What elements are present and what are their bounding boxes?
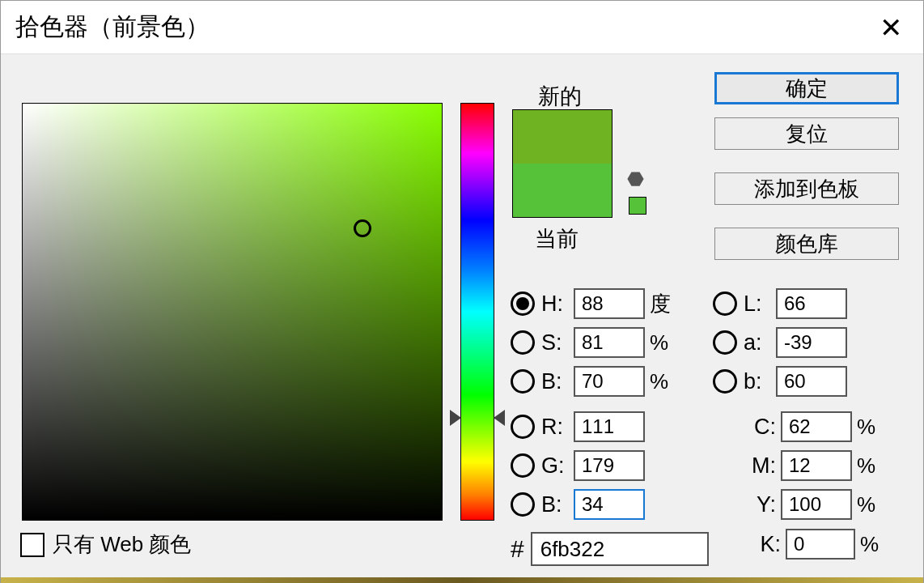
input-bv[interactable]: [574, 366, 645, 397]
radio-bv[interactable]: [511, 369, 535, 394]
label-c: C:: [744, 415, 776, 440]
input-k[interactable]: [786, 529, 855, 560]
gamut-warning-icon[interactable]: ⬣: [627, 168, 648, 189]
unit-y: %: [857, 492, 892, 517]
unit-k: %: [860, 532, 896, 557]
hue-strip[interactable]: [460, 103, 494, 521]
label-blab: b:: [744, 369, 776, 394]
close-icon[interactable]: ✕: [879, 14, 902, 41]
gamut-nearest-swatch[interactable]: [629, 197, 646, 215]
swatch-label-new: 新的: [538, 82, 582, 111]
label-r: R:: [541, 415, 574, 440]
titlebar: 拾色器（前景色） ✕: [1, 1, 923, 54]
color-picker-dialog: 拾色器（前景色） ✕ 新的 当前 ⬣ 确定 复位 添加到色板 颜色库: [0, 0, 924, 583]
swatch-box: [512, 109, 612, 218]
hex-row: #: [511, 532, 709, 566]
dialog-title: 拾色器（前景色）: [15, 11, 210, 44]
hue-marker-right-icon: [494, 410, 505, 426]
unit-bv: %: [650, 369, 685, 394]
swatch-label-current: 当前: [535, 224, 579, 253]
swatch-current[interactable]: [513, 164, 612, 217]
radio-l[interactable]: [713, 292, 737, 316]
input-r[interactable]: [574, 411, 645, 442]
label-a: a:: [744, 330, 776, 355]
input-hex[interactable]: [531, 532, 709, 566]
k-row: K: %: [748, 529, 896, 560]
button-column: 确定 复位 添加到色板 颜色库: [714, 72, 899, 273]
radio-r[interactable]: [511, 415, 535, 439]
unit-m: %: [857, 453, 892, 479]
label-k: K:: [748, 532, 781, 557]
radio-s[interactable]: [511, 330, 535, 355]
input-b[interactable]: [574, 489, 645, 520]
input-l[interactable]: [776, 288, 847, 319]
label-h: H:: [541, 292, 574, 317]
label-s: S:: [541, 330, 574, 355]
saturation-brightness-field[interactable]: [22, 103, 443, 521]
input-h[interactable]: [574, 288, 645, 319]
input-a[interactable]: [776, 327, 847, 358]
label-m: M:: [744, 453, 776, 479]
input-y[interactable]: [781, 489, 852, 520]
radio-blab[interactable]: [713, 369, 737, 394]
input-blab[interactable]: [776, 366, 847, 397]
color-fields: H: 度 L: S: % a:: [511, 284, 907, 524]
sb-cursor: [354, 219, 371, 237]
unit-h: 度: [650, 290, 685, 318]
input-g[interactable]: [574, 450, 645, 481]
input-m[interactable]: [781, 450, 852, 481]
label-b: B:: [541, 492, 574, 517]
hue-marker-left-icon: [450, 410, 461, 426]
input-c[interactable]: [781, 411, 852, 442]
web-only-row: 只有 Web 颜色: [20, 530, 191, 559]
add-swatch-button[interactable]: 添加到色板: [714, 172, 899, 205]
dialog-content: 新的 当前 ⬣ 确定 复位 添加到色板 颜色库 H: 度 L:: [1, 54, 923, 583]
ok-button[interactable]: 确定: [714, 72, 899, 104]
label-l: L:: [744, 292, 776, 317]
radio-b[interactable]: [511, 492, 535, 517]
unit-c: %: [857, 415, 892, 440]
swatch-new[interactable]: [513, 110, 612, 164]
unit-s: %: [650, 330, 685, 355]
reset-button[interactable]: 复位: [714, 117, 899, 150]
bottom-accent: [1, 577, 923, 583]
color-lib-button[interactable]: 颜色库: [714, 228, 899, 260]
web-only-checkbox[interactable]: [20, 533, 45, 557]
radio-h[interactable]: [511, 292, 535, 316]
label-g: G:: [541, 453, 574, 479]
hex-label: #: [511, 535, 524, 563]
web-only-label: 只有 Web 颜色: [53, 530, 191, 559]
radio-a[interactable]: [713, 330, 737, 355]
label-y: Y:: [744, 492, 776, 517]
radio-g[interactable]: [511, 453, 535, 478]
label-bv: B:: [541, 369, 574, 394]
input-s[interactable]: [574, 327, 645, 358]
